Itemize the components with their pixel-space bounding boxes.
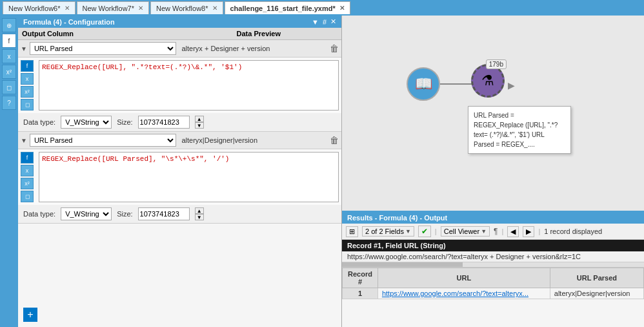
formula-icons-col-2: f x x² ◻ xyxy=(21,152,36,202)
x2-icon-2[interactable]: x² xyxy=(21,178,34,189)
box-icon-2[interactable]: ◻ xyxy=(21,191,34,202)
col-header-url: URL xyxy=(377,268,550,288)
results-record-header: Record #1, Field URL (String) xyxy=(342,240,644,251)
right-panel: 📖 ⚗ 179b ▶ URL Parsed = REGEX_Replace ([… xyxy=(342,16,644,327)
field-select-1[interactable]: URL Parsed xyxy=(30,42,177,55)
formula-entry-2-header: ▼ URL Parsed alteryx|Designer|version 🗑 xyxy=(18,132,341,149)
tab-challenge[interactable]: challenge_116_start_file.yxmd* ✕ xyxy=(225,1,350,14)
formula-code-2[interactable]: REGEX_Replace([URL Parsed], "\s*\+\s*", … xyxy=(39,152,339,202)
datatype-select-2[interactable]: V_WString xyxy=(61,207,112,220)
sidebar-icon-x1[interactable]: x xyxy=(2,49,16,63)
x2-icon-1[interactable]: x² xyxy=(21,86,34,98)
main-layout: ⊕ f x x² ◻ ? Formula (4) - Configuration… xyxy=(0,16,644,327)
size-input-2[interactable] xyxy=(138,207,190,220)
formula-footer-2: Data type: V_WString Size: ▲ ▼ xyxy=(18,205,341,223)
node-count-badge: 179b xyxy=(486,59,507,69)
output-column-header: Output Column xyxy=(22,30,180,37)
scroll-right-button[interactable]: ▶ xyxy=(523,226,534,237)
add-row-container: + xyxy=(18,302,341,327)
tab-bar: New Workflow6* ✕ New Workflow7* ✕ New Wo… xyxy=(0,0,644,16)
col-header-record: Record # xyxy=(343,268,378,288)
fields-dropdown-arrow: ▼ xyxy=(405,228,411,235)
chevron-down-icon-1[interactable]: ▼ xyxy=(21,45,27,52)
sidebar-icon-formula[interactable]: f xyxy=(2,34,16,48)
toolbar-separator-2: | xyxy=(502,227,504,235)
sidebar-icons: ⊕ f x x² ◻ ? xyxy=(0,16,18,327)
close-tab-challenge[interactable]: ✕ xyxy=(339,5,345,12)
results-panel: Results - Formula (4) - Output ⊞ 2 of 2 … xyxy=(342,211,644,327)
url-preview-text: https://www.google.com/search/?text=alte… xyxy=(347,253,581,260)
size-spinner-2[interactable]: ▲ ▼ xyxy=(195,207,204,220)
records-count-label: 1 record displayed xyxy=(544,227,602,235)
checkmark-button[interactable]: ✔ xyxy=(418,226,431,237)
sidebar-icon-x2[interactable]: x² xyxy=(2,65,16,79)
fx-icon-2[interactable]: f xyxy=(21,152,34,164)
delete-entry-2[interactable]: 🗑 xyxy=(330,136,339,145)
node-arrow-right: ▶ xyxy=(508,80,515,90)
size-spinner-1[interactable]: ▲ ▼ xyxy=(195,116,204,129)
grid-icon: ⊞ xyxy=(349,227,355,236)
formula-footer-1: Data type: V_WString Size: ▲ ▼ xyxy=(18,113,341,131)
size-down-1[interactable]: ▼ xyxy=(195,122,204,129)
datatype-label-2: Data type: xyxy=(23,210,55,218)
fields-dropdown-button[interactable]: 2 of 2 Fields ▼ xyxy=(362,226,414,237)
canvas-area[interactable]: 📖 ⚗ 179b ▶ URL Parsed = REGEX_Replace ([… xyxy=(342,16,644,211)
toolbar-separator-3: | xyxy=(538,227,540,235)
box-icon-1[interactable]: ◻ xyxy=(21,99,34,111)
x-icon-2[interactable]: x xyxy=(21,165,34,176)
formula-node-icon: ⚗ xyxy=(481,72,494,89)
size-up-1[interactable]: ▲ xyxy=(195,116,204,122)
tab-workflow6[interactable]: New Workflow6* ✕ xyxy=(3,1,75,14)
table-row: 1 https://www.google.com/search/?text=al… xyxy=(343,288,644,299)
formula-entries: ▼ URL Parsed alteryx + Designer + versio… xyxy=(18,40,341,302)
fields-count-label: 2 of 2 Fields xyxy=(365,227,404,235)
size-up-2[interactable]: ▲ xyxy=(195,207,204,214)
connector-line xyxy=(440,83,472,85)
detach-button[interactable]: # xyxy=(323,17,327,26)
fx-icon-1[interactable]: f xyxy=(21,60,34,72)
workflow-tooltip: URL Parsed = REGEX_Replace ([URL], ".*?t… xyxy=(468,106,571,154)
cell-viewer-arrow: ▼ xyxy=(481,228,487,235)
add-formula-button[interactable]: + xyxy=(23,308,37,322)
formula-panel: Formula (4) - Configuration ▼ # ✕ Output… xyxy=(18,16,341,327)
cell-url-parsed: alteryx|Designer|version xyxy=(550,288,643,299)
formula-entry-2: ▼ URL Parsed alteryx|Designer|version 🗑 … xyxy=(18,132,341,224)
pilcrow-icon: ¶ xyxy=(494,227,498,236)
delete-entry-1[interactable]: 🗑 xyxy=(330,44,339,53)
cell-record-num: 1 xyxy=(343,288,378,299)
pin-button[interactable]: ▼ xyxy=(312,17,319,26)
field-select-2[interactable]: URL Parsed xyxy=(30,134,177,147)
size-input-1[interactable] xyxy=(138,116,190,129)
x-icon-1[interactable]: x xyxy=(21,73,34,85)
checkmark-icon: ✔ xyxy=(421,227,428,236)
cell-url: https://www.google.com/search/?text=alte… xyxy=(377,288,550,299)
grid-view-button[interactable]: ⊞ xyxy=(346,226,358,237)
datatype-select-1[interactable]: V_WString xyxy=(61,116,112,129)
chevron-down-icon-2[interactable]: ▼ xyxy=(21,137,27,144)
left-panel: ⊕ f x x² ◻ ? Formula (4) - Configuration… xyxy=(0,16,342,327)
close-panel-button[interactable]: ✕ xyxy=(330,17,336,26)
sidebar-icon-box[interactable]: ◻ xyxy=(2,80,16,94)
sidebar-icon-help[interactable]: ? xyxy=(2,96,16,110)
formula-entry-1-header: ▼ URL Parsed alteryx + Designer + versio… xyxy=(18,40,341,58)
preview-2: alteryx|Designer|version xyxy=(179,136,327,144)
data-preview-header: Data Preview xyxy=(180,30,338,37)
close-tab-workflow6[interactable]: ✕ xyxy=(65,5,70,12)
formula-body-2: f x x² ◻ REGEX_Replace([URL Parsed], "\s… xyxy=(18,149,341,205)
results-toolbar: ⊞ 2 of 2 Fields ▼ ✔ | Cell Viewer ▼ ¶ | … xyxy=(342,224,644,240)
results-url-bar: https://www.google.com/search/?text=alte… xyxy=(342,251,644,262)
tab-workflow8[interactable]: New Workflow8* ✕ xyxy=(150,1,223,14)
size-label-1: Size: xyxy=(117,118,132,126)
close-tab-workflow8[interactable]: ✕ xyxy=(212,5,217,12)
formula-code-1[interactable]: REGEX_Replace([URL], ".*?text=(.*?)\&.*"… xyxy=(39,60,339,111)
close-tab-workflow7[interactable]: ✕ xyxy=(138,5,143,12)
sidebar-icon-select[interactable]: ⊕ xyxy=(2,18,16,32)
cell-viewer-button[interactable]: Cell Viewer ▼ xyxy=(441,226,490,237)
formula-node: ⚗ 179b ▶ xyxy=(471,64,505,98)
formula-icons-col-1: f x x² ◻ xyxy=(21,60,36,111)
preview-1: alteryx + Designer + version xyxy=(179,45,327,52)
toolbar-separator-1: | xyxy=(435,227,437,235)
tab-workflow7[interactable]: New Workflow7* ✕ xyxy=(77,1,150,14)
scroll-left-button[interactable]: ◀ xyxy=(507,226,519,237)
size-down-2[interactable]: ▼ xyxy=(195,214,204,220)
